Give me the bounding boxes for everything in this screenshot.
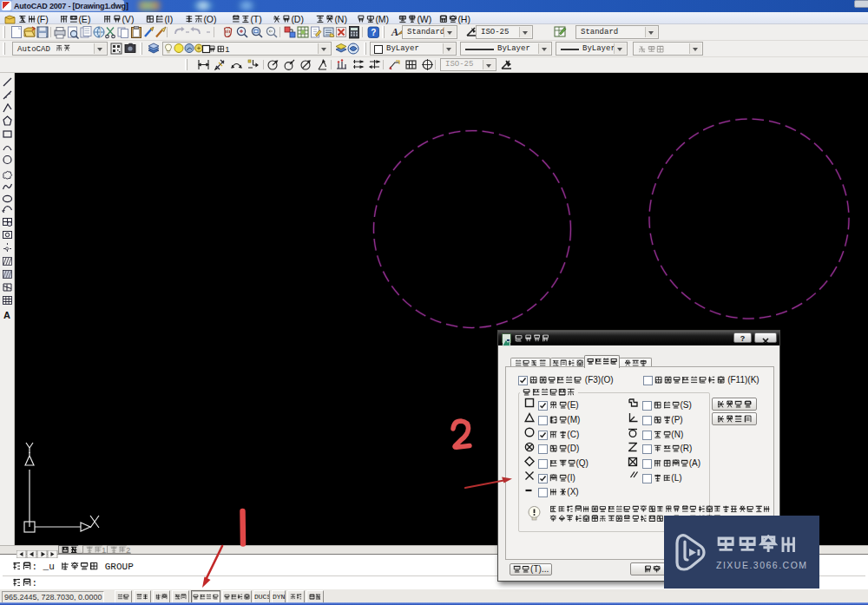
svg-text:?: ? [371, 28, 376, 37]
svg-text:A: A [3, 310, 10, 320]
svg-text:A: A [391, 26, 398, 38]
